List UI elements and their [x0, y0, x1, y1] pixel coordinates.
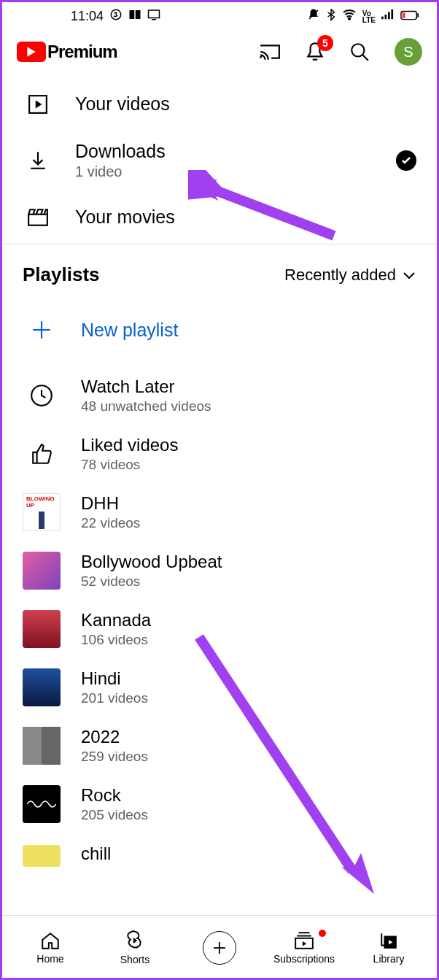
create-icon: [203, 931, 236, 965]
sort-label: Recently added: [284, 266, 396, 285]
playlists-header: Playlists Recently added: [2, 244, 437, 293]
svg-rect-8: [391, 9, 393, 19]
playlist-title: DHH: [81, 493, 140, 514]
playlists-sort-button[interactable]: Recently added: [284, 266, 416, 285]
nav-home[interactable]: Home: [8, 931, 93, 965]
subs-dot-icon: [319, 930, 326, 937]
playlist-item[interactable]: Hindi 201 videos: [2, 658, 437, 717]
your-movies-label: Your movies: [75, 207, 416, 228]
playlist-thumb: [23, 552, 61, 590]
nav-label: Library: [373, 953, 405, 965]
volte-icon: VoLTE: [362, 10, 376, 23]
search-button[interactable]: [349, 42, 370, 62]
premium-text: Premium: [47, 42, 117, 62]
svg-rect-5: [381, 17, 384, 20]
play-box-icon: [27, 94, 49, 115]
shorts-icon: [126, 930, 144, 951]
nav-library[interactable]: Library: [346, 931, 431, 965]
clapper-icon: [27, 208, 49, 227]
clock-icon: [23, 377, 61, 414]
nav-label: Shorts: [120, 954, 149, 965]
youtube-premium-logo[interactable]: Premium: [17, 42, 237, 62]
notification-badge: 5: [317, 35, 333, 51]
svg-rect-6: [385, 15, 387, 19]
playlist-item[interactable]: 2022 259 videos: [2, 717, 437, 775]
playlist-sub: 205 videos: [81, 807, 148, 823]
playlist-sub: 106 videos: [81, 632, 151, 648]
status-time: 11:04: [71, 9, 104, 24]
playlist-sub: 52 videos: [81, 574, 222, 590]
whatsapp-icon: [109, 8, 123, 25]
liked-sub: 78 videos: [81, 457, 178, 473]
downloads-item[interactable]: Downloads 1 video: [2, 128, 437, 193]
playlist-thumb: [23, 668, 61, 706]
nav-label: Home: [36, 953, 63, 965]
playlist-sub: 201 videos: [81, 690, 148, 706]
svg-rect-7: [388, 12, 390, 19]
nav-subscriptions[interactable]: Subscriptions: [262, 931, 346, 965]
mute-icon: [307, 8, 320, 25]
cast-button[interactable]: [259, 42, 281, 61]
playlist-title: Hindi: [81, 668, 148, 689]
playlist-sub: [81, 865, 111, 868]
bluetooth-icon: [326, 8, 336, 25]
playlist-thumb: [23, 610, 61, 648]
playlist-sub: 22 videos: [81, 515, 140, 531]
svg-line-14: [362, 55, 368, 61]
playlist-thumb: BLOWINGUP: [23, 493, 61, 531]
watch-later-sub: 48 unwatched videos: [81, 398, 211, 414]
playlist-item[interactable]: BLOWINGUP DHH 22 videos: [2, 483, 437, 541]
notifications-button[interactable]: 5: [306, 41, 325, 63]
subscriptions-icon: [294, 931, 314, 950]
app-header: Premium 5 S: [2, 28, 437, 80]
home-icon: [40, 931, 61, 950]
playlist-item[interactable]: chill: [2, 833, 437, 868]
playlist-title: 2022: [81, 727, 148, 747]
playlist-thumb: [23, 785, 61, 823]
playlist-thumb: [23, 845, 61, 867]
bottom-nav: Home Shorts Subscriptions Library: [2, 915, 437, 978]
signal-icon: [381, 9, 395, 24]
svg-rect-18: [28, 214, 47, 225]
playlist-title: Bollywood Upbeat: [81, 552, 222, 572]
playlist-thumb: [23, 727, 61, 765]
playlist-item[interactable]: Bollywood Upbeat 52 videos: [2, 541, 437, 600]
liked-label: Liked videos: [81, 435, 178, 455]
wifi-icon: [342, 9, 357, 24]
your-videos-label: Your videos: [75, 93, 416, 115]
new-playlist-label: New playlist: [81, 320, 178, 341]
your-movies-item[interactable]: Your movies: [2, 193, 437, 241]
youtube-play-icon: [17, 42, 46, 62]
thumbs-up-icon: [23, 435, 61, 473]
watch-later-label: Watch Later: [81, 377, 211, 397]
plus-icon: [23, 311, 61, 349]
downloads-sub: 1 video: [75, 163, 370, 180]
library-icon: [379, 931, 398, 950]
avatar-initial: S: [403, 44, 413, 61]
playlist-sub: 259 videos: [81, 749, 148, 765]
status-bar: 11:04 VoLTE: [2, 2, 437, 28]
downloads-done-icon: [396, 150, 416, 171]
battery-icon: [400, 9, 419, 24]
nav-create[interactable]: [177, 931, 262, 965]
your-videos-item[interactable]: Your videos: [2, 80, 437, 128]
account-avatar[interactable]: S: [395, 38, 422, 66]
playlist-title: Kannada: [81, 610, 151, 630]
svg-rect-1: [149, 10, 160, 18]
chevron-down-icon: [402, 270, 416, 280]
svg-point-13: [351, 44, 364, 56]
liked-videos-item[interactable]: Liked videos 78 videos: [2, 425, 437, 483]
svg-point-4: [349, 18, 350, 19]
nav-shorts[interactable]: Shorts: [93, 930, 177, 965]
playlist-title: Rock: [81, 785, 148, 806]
watch-later-item[interactable]: Watch Later 48 unwatched videos: [2, 366, 437, 425]
svg-rect-10: [403, 12, 405, 18]
book-icon: [128, 9, 141, 24]
svg-rect-11: [417, 13, 419, 18]
nav-label: Subscriptions: [273, 953, 335, 965]
playlist-item[interactable]: Rock 205 videos: [2, 775, 437, 833]
download-icon: [27, 150, 49, 171]
new-playlist-button[interactable]: New playlist: [2, 293, 437, 366]
playlist-item[interactable]: Kannada 106 videos: [2, 600, 437, 658]
cast-small-icon: [147, 9, 160, 24]
